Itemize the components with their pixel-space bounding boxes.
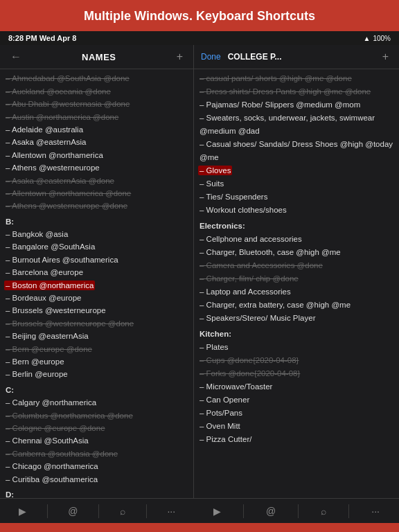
left-panel-header: ← NAMES + <box>0 45 193 69</box>
list-item: – Bangkok @asia <box>6 228 188 240</box>
list-item: – Boston @northamerica <box>6 279 188 292</box>
list-item: C: <box>6 384 188 396</box>
list-item: – Charger, extra battery, case @high @me <box>200 299 393 312</box>
list-item: – Bern @europe @done <box>6 343 188 355</box>
right-panel-title: COLLEGE P... <box>228 52 282 62</box>
list-item: – Bangalore @SouthAsia <box>6 240 188 253</box>
list-item: – Pizza Cutter/ <box>200 433 393 446</box>
list-item: – Pajamas/ Robe/ Slippers @medium @mom <box>200 98 393 112</box>
left-panel-content: – Ahmedabad @SouthAsia @done– Auckland @… <box>0 69 193 498</box>
right-divider-2 <box>298 504 299 518</box>
list-item: – Brussels @westerneurope <box>6 304 188 317</box>
right-toolbar: ▶ @ ⌕ ··· <box>194 498 399 523</box>
toolbar-divider-2 <box>98 504 99 518</box>
list-item: – Bordeaux @europe <box>6 292 188 304</box>
right-add-button[interactable]: + <box>379 49 392 64</box>
list-item: – Allentown @northamerica <box>6 149 188 161</box>
right-divider-3 <box>348 504 349 518</box>
right-panel: Done COLLEGE P... + – casual pants/ shor… <box>194 45 399 523</box>
right-panel-header: Done COLLEGE P... + <box>194 45 399 69</box>
left-play-button[interactable]: ▶ <box>13 503 32 520</box>
banner: Multiple Windows. Keyboard Shortcuts <box>0 0 399 31</box>
list-item: – Speakers/Stereo/ Music Player <box>200 312 393 325</box>
list-item: – Burnout Aires @southamerica <box>6 254 188 266</box>
list-item: – Auckland @oceania @done <box>6 85 188 98</box>
list-item: – Suits <box>200 177 393 190</box>
list-item: – Allentown @northamerica @done <box>6 187 188 200</box>
toolbar-divider-3 <box>146 504 147 518</box>
device-frame: 8:28 PM Wed Apr 8 ▲ 100% ← NAMES + – Ahm… <box>0 31 399 523</box>
right-items-container: – casual pants/ shorts @high @me @done– … <box>200 72 393 445</box>
list-item: – Curitiba @southamerica <box>6 473 188 486</box>
right-panel-content: – casual pants/ shorts @high @me @done– … <box>194 69 399 498</box>
list-item: – Barcelona @europe <box>6 266 188 278</box>
list-item: – Abu Dhabi @westernasia @done <box>6 98 188 110</box>
list-item: – Cups @done{2020-04-08} <box>200 354 393 367</box>
right-divider-1 <box>243 504 244 518</box>
left-search-button[interactable]: ⌕ <box>114 503 131 520</box>
list-item: D: <box>6 488 188 499</box>
list-item: – Cellphone and accessories <box>200 233 393 246</box>
list-item: – Austin @northamerica @done <box>6 111 188 123</box>
battery-indicator: 100% <box>373 35 391 42</box>
list-item: – Sweaters, socks, underwear, jackets, s… <box>200 112 393 138</box>
status-bar: 8:28 PM Wed Apr 8 ▲ 100% <box>0 31 399 45</box>
left-more-button[interactable]: ··· <box>161 503 181 520</box>
right-play-button[interactable]: ▶ <box>208 503 227 520</box>
list-item: – Chicago @northamerica <box>6 460 188 472</box>
list-item: – Charger, film/ chip @done <box>200 272 393 285</box>
list-item: – Columbus @northamerica @done <box>6 409 188 422</box>
list-item: – Workout clothes/shoes <box>200 204 393 217</box>
status-right: ▲ 100% <box>364 35 391 42</box>
done-button[interactable]: Done <box>201 52 221 62</box>
list-item: – Oven Mitt <box>200 420 393 433</box>
list-item: – Ties/ Suspenders <box>200 190 393 204</box>
toolbar-divider-1 <box>47 504 48 518</box>
list-item: – Casual shoes/ Sandals/ Dress Shoes @hi… <box>200 138 393 164</box>
banner-title: Multiple Windows. Keyboard Shortcuts <box>84 9 315 23</box>
list-item: – Plates <box>200 341 393 354</box>
left-add-button[interactable]: + <box>173 49 186 64</box>
list-item: – Brussels @westerneurope @done <box>6 317 188 330</box>
left-panel-title: NAMES <box>82 52 116 62</box>
list-item: – Forks @done{2020-04-08} <box>200 367 393 380</box>
list-item: – Canberra @southasia @done <box>6 447 188 460</box>
list-item: – Asaka @easternAsia @done <box>6 175 188 187</box>
list-item: B: <box>6 215 188 228</box>
list-item: – Chennai @SouthAsia <box>6 434 188 447</box>
list-item: Electronics: <box>200 220 393 233</box>
list-item: – Charger, Bluetooth, case @high @me <box>200 246 393 259</box>
list-item: – Berlin @europe <box>6 368 188 380</box>
list-item: – Athens @westerneurope @done <box>6 200 188 212</box>
list-item: – Calgary @northamerica <box>6 396 188 409</box>
list-item: – Athens @westerneurope <box>6 161 188 174</box>
list-item: – Adelaide @australia <box>6 123 188 136</box>
list-item: Kitchen: <box>200 328 393 341</box>
right-more-button[interactable]: ··· <box>366 503 385 520</box>
list-item: – Asaka @easternAsia <box>6 136 188 148</box>
back-button[interactable]: ← <box>7 49 25 64</box>
left-at-button[interactable]: @ <box>62 503 83 520</box>
list-item: – casual pants/ shorts @high @me @done <box>200 72 393 85</box>
list-item: – Beijing @easternAsia <box>6 330 188 342</box>
left-panel: ← NAMES + – Ahmedabad @SouthAsia @done– … <box>0 45 194 523</box>
list-item: – Cologne @europe @done <box>6 422 188 434</box>
list-item: – Camera and Accessories @done <box>200 259 393 272</box>
status-time: 8:28 PM Wed Apr 8 <box>8 34 76 42</box>
list-item: – Pots/Pans <box>200 407 393 420</box>
right-at-button[interactable]: @ <box>260 503 281 520</box>
right-search-button[interactable]: ⌕ <box>315 503 332 520</box>
list-item: – Bern @europe <box>6 355 188 368</box>
panels: ← NAMES + – Ahmedabad @SouthAsia @done– … <box>0 45 399 523</box>
list-item: – Microwave/Toaster <box>200 380 393 393</box>
list-item: – Can Opener <box>200 393 393 407</box>
left-items-container: – Ahmedabad @SouthAsia @done– Auckland @… <box>6 72 188 498</box>
list-item: – Gloves <box>200 164 393 177</box>
list-item: – Ahmedabad @SouthAsia @done <box>6 72 188 85</box>
wifi-icon: ▲ <box>364 35 371 42</box>
left-toolbar: ▶ @ ⌕ ··· <box>0 498 194 523</box>
list-item: – Dress shirts/ Dress Pants @high @me @d… <box>200 85 393 98</box>
right-header-left: Done COLLEGE P... <box>201 52 281 62</box>
list-item: – Laptop and Accessories <box>200 285 393 299</box>
